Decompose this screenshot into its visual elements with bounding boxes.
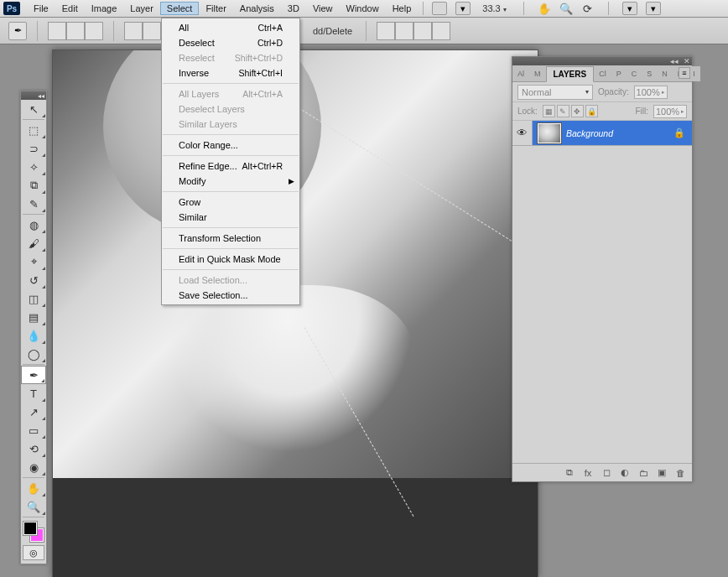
hand-icon[interactable]: ✋ bbox=[538, 2, 551, 15]
menu-item-similar-layers: Similar Layers bbox=[162, 117, 299, 132]
tool-type[interactable]: T bbox=[21, 384, 46, 403]
add-to-path-btn[interactable] bbox=[377, 22, 395, 40]
menu-view[interactable]: View bbox=[306, 2, 340, 15]
menu-item-transform-selection[interactable]: Transform Selection bbox=[162, 231, 299, 246]
tool-hand[interactable]: ✋ bbox=[21, 479, 46, 497]
tool-eraser[interactable]: ◫ bbox=[21, 289, 46, 308]
delete-layer-icon[interactable]: 🗑 bbox=[673, 467, 687, 479]
panel-tab-al[interactable]: Al bbox=[512, 66, 529, 81]
menu-window[interactable]: Window bbox=[340, 2, 386, 15]
toolbox-header[interactable]: ◂◂ bbox=[21, 91, 46, 100]
layer-thumbnail[interactable] bbox=[538, 123, 561, 143]
photoshop-logo: Ps bbox=[3, 2, 20, 15]
tool-brush[interactable]: 🖌 bbox=[21, 234, 46, 252]
adjustment-layer-icon[interactable]: ◐ bbox=[618, 467, 632, 479]
intersect-path-btn[interactable] bbox=[413, 22, 432, 40]
group-icon[interactable]: 🗀 bbox=[637, 467, 650, 479]
menu-edit[interactable]: Edit bbox=[55, 2, 85, 15]
panel-menu-icon[interactable]: ≡ bbox=[679, 67, 690, 79]
tool-clone[interactable]: ⌖ bbox=[21, 252, 46, 271]
zoom-level[interactable]: 33.3 bbox=[482, 3, 500, 13]
shape-layers-btn[interactable] bbox=[48, 22, 66, 40]
layers-list: 👁 Background 🔒 bbox=[512, 121, 692, 463]
opacity-value[interactable]: 100%▸ bbox=[634, 86, 668, 99]
color-swatches: ◎ bbox=[21, 518, 46, 564]
freeform-pen-btn[interactable] bbox=[143, 22, 161, 40]
panel-tab-layers[interactable]: LAYERS bbox=[546, 66, 595, 82]
lock-image-icon[interactable]: ✎ bbox=[557, 105, 569, 117]
exclude-path-btn[interactable] bbox=[432, 22, 450, 40]
subtract-path-btn[interactable] bbox=[395, 22, 413, 40]
arrange-icon[interactable]: ▾ bbox=[622, 2, 637, 15]
menu-filter[interactable]: Filter bbox=[199, 2, 232, 15]
layer-mask-icon[interactable]: ◻ bbox=[600, 467, 613, 479]
menu-item-color-range[interactable]: Color Range... bbox=[162, 138, 299, 153]
layer-row[interactable]: 👁 Background 🔒 bbox=[512, 121, 692, 146]
menu-3d[interactable]: 3D bbox=[281, 2, 306, 15]
tool-history-brush[interactable]: ↺ bbox=[21, 271, 46, 289]
panel-close-icon[interactable]: ✕ bbox=[684, 57, 690, 65]
menu-item-inverse[interactable]: InverseShift+Ctrl+I bbox=[162, 65, 299, 81]
panel-tab-c[interactable]: C bbox=[627, 66, 642, 81]
menu-item-all[interactable]: AllCtrl+A bbox=[162, 20, 299, 35]
lock-position-icon[interactable]: ✥ bbox=[571, 105, 584, 117]
tool-3d-orbit[interactable]: ◉ bbox=[21, 458, 46, 476]
panel-tab-n[interactable]: N bbox=[657, 66, 673, 81]
menu-item-modify[interactable]: Modify▶ bbox=[162, 174, 299, 189]
panel-tab-s[interactable]: S bbox=[642, 66, 657, 81]
panel-collapse-icon[interactable]: ◂◂ bbox=[670, 57, 679, 65]
blend-mode-select[interactable]: Normal▾ bbox=[517, 85, 593, 100]
menu-item-edit-in-quick-mask-mode[interactable]: Edit in Quick Mask Mode bbox=[162, 252, 299, 267]
rotate-view-icon[interactable]: ⟳ bbox=[581, 2, 595, 15]
tool-lasso[interactable]: ⊃ bbox=[21, 139, 46, 158]
bridge-icon[interactable] bbox=[432, 2, 447, 15]
screen-mode-icon[interactable]: ▾ bbox=[455, 2, 471, 15]
panel-tab-m[interactable]: M bbox=[529, 66, 546, 81]
panel-tab-cl[interactable]: Cl bbox=[594, 66, 611, 81]
layer-style-icon[interactable]: fx bbox=[581, 467, 595, 479]
tool-eyedropper[interactable]: ✎ bbox=[21, 195, 46, 213]
menu-item-grow[interactable]: Grow bbox=[162, 195, 299, 210]
fill-pixels-btn[interactable] bbox=[85, 22, 103, 40]
lock-transparency-icon[interactable]: ▦ bbox=[543, 105, 555, 117]
panel-tab-p[interactable]: P bbox=[611, 66, 627, 81]
menu-item-deselect[interactable]: DeselectCtrl+D bbox=[162, 35, 299, 50]
menu-help[interactable]: Help bbox=[386, 2, 419, 15]
tool-blur[interactable]: 💧 bbox=[21, 326, 46, 345]
tool-move[interactable]: ↖ bbox=[21, 100, 46, 118]
tool-dodge[interactable]: ◯ bbox=[21, 345, 46, 363]
tool-path-select[interactable]: ↗ bbox=[21, 403, 46, 421]
tool-pen[interactable]: ✒ bbox=[21, 366, 46, 384]
tool-zoom[interactable]: 🔍 bbox=[21, 497, 46, 516]
menu-image[interactable]: Image bbox=[85, 2, 124, 15]
menu-item-refine-edge[interactable]: Refine Edge...Alt+Ctrl+R bbox=[162, 159, 299, 174]
link-layers-icon[interactable]: ⧉ bbox=[563, 467, 576, 479]
menu-file[interactable]: File bbox=[27, 2, 55, 15]
layer-name[interactable]: Background bbox=[566, 128, 613, 138]
paths-btn[interactable] bbox=[66, 22, 85, 40]
visibility-eye-icon[interactable]: 👁 bbox=[512, 121, 533, 145]
quick-mask-toggle[interactable]: ◎ bbox=[23, 545, 44, 560]
menu-analysis[interactable]: Analysis bbox=[233, 2, 281, 15]
menu-layer[interactable]: Layer bbox=[123, 2, 160, 15]
menu-item-save-selection[interactable]: Save Selection... bbox=[162, 288, 299, 303]
tool-preset-picker[interactable]: ✒ bbox=[8, 22, 27, 40]
panel-titlebar[interactable]: ◂◂ ✕ bbox=[512, 57, 692, 65]
foreground-color-swatch[interactable] bbox=[23, 522, 37, 535]
tool-gradient[interactable]: ▤ bbox=[21, 308, 46, 326]
menu-item-similar[interactable]: Similar bbox=[162, 210, 299, 225]
workspace-icon[interactable]: ▾ bbox=[646, 2, 661, 15]
tool-spot-heal[interactable]: ◍ bbox=[21, 216, 46, 234]
auto-add-delete-label: dd/Delete bbox=[309, 26, 356, 36]
new-layer-icon[interactable]: ▣ bbox=[655, 467, 668, 479]
menu-select[interactable]: Select bbox=[160, 2, 200, 15]
tool-3d-rotate[interactable]: ⟲ bbox=[21, 439, 46, 458]
tool-rectangle[interactable]: ▭ bbox=[21, 421, 46, 439]
zoom-icon[interactable]: 🔍 bbox=[559, 2, 573, 15]
fill-value[interactable]: 100%▸ bbox=[653, 105, 687, 118]
tool-magic-wand[interactable]: ✧ bbox=[21, 158, 46, 176]
lock-all-icon[interactable]: 🔒 bbox=[585, 105, 598, 117]
pen-btn[interactable] bbox=[124, 22, 143, 40]
tool-crop[interactable]: ⧉ bbox=[21, 176, 46, 195]
tool-marquee[interactable]: ⬚ bbox=[21, 121, 46, 139]
